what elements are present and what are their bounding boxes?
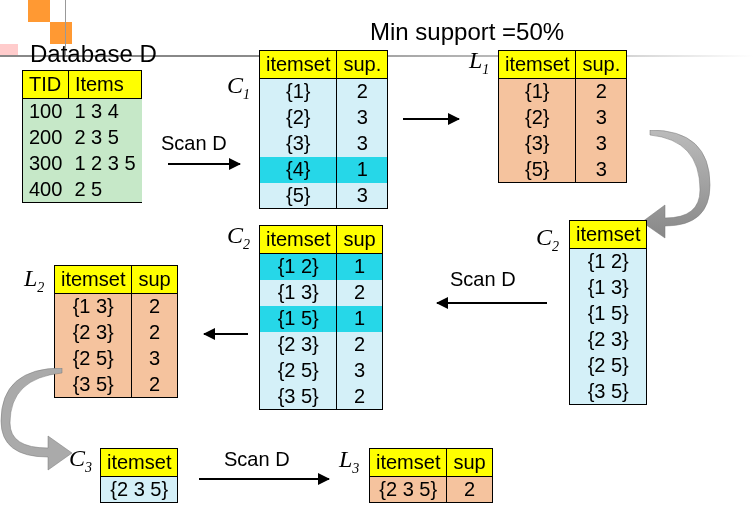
- arrow-c2-to-l2: [204, 333, 248, 335]
- c1-table: itemsetsup. {1}2{2}3{3}3{4}1{5}3: [259, 50, 388, 209]
- tid-header: TID: [23, 71, 69, 99]
- c3-symbol: C3: [69, 445, 92, 476]
- arrow-d-to-c1: [168, 163, 240, 165]
- scan-d-1: Scan D: [161, 132, 227, 155]
- database-d-label: Database D: [30, 40, 157, 68]
- arrow-l1-to-c2: [640, 130, 715, 240]
- min-support-title: Min support =50%: [370, 18, 564, 46]
- c2-set-symbol: C2: [536, 224, 559, 255]
- l1-table: itemsetsup. {1}2{2}3{3}3{5}3: [498, 50, 627, 183]
- scan-d-2: Scan D: [450, 268, 516, 291]
- database-table: TIDItems 1001 3 42002 3 53001 2 3 54002 …: [22, 70, 142, 203]
- c2-symbol: C2: [227, 222, 250, 253]
- c1-symbol: C1: [227, 72, 250, 103]
- c2-table: itemsetsup {1 2}1{1 3}2{1 5}1{2 3}2{2 5}…: [259, 225, 383, 410]
- scan-d-3: Scan D: [224, 448, 290, 471]
- arrow-c1-to-l1: [403, 118, 459, 120]
- l3-symbol: L3: [339, 446, 359, 477]
- arrow-c3-to-l3: [199, 478, 329, 480]
- items-header: Items: [68, 71, 141, 99]
- l1-symbol: L1: [469, 47, 489, 78]
- l2-symbol: L2: [24, 265, 44, 296]
- l3-table: itemsetsup {2 3 5}2: [369, 448, 493, 503]
- c3-table: itemset {2 3 5}: [100, 448, 178, 503]
- arrow-c2set-to-c2: [437, 302, 547, 304]
- c2-set-table: itemset {1 2}{1 3}{1 5}{2 3}{2 5}{3 5}: [569, 220, 647, 405]
